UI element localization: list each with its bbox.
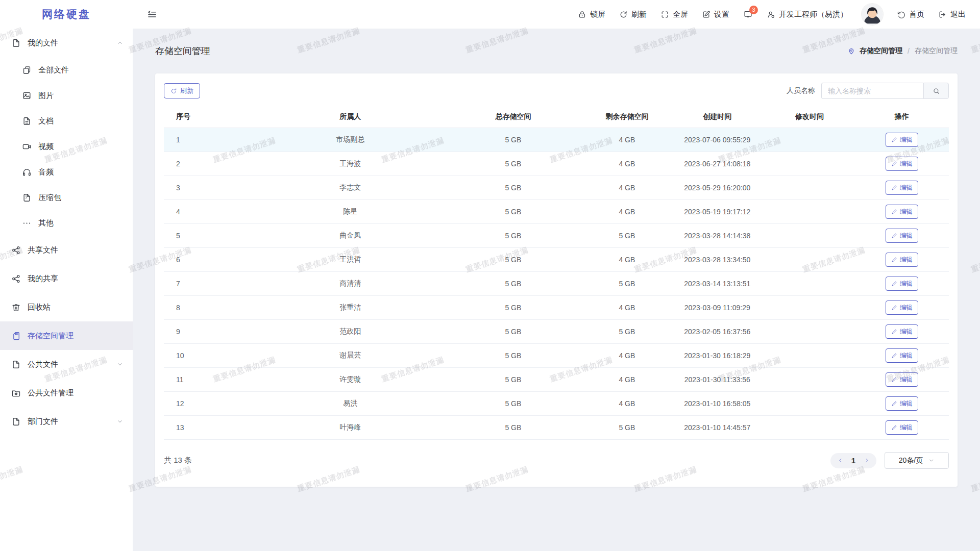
cell-modified: [765, 152, 855, 176]
search-input[interactable]: [821, 83, 923, 99]
sidebar-item-my-shares[interactable]: 我的共享: [0, 264, 133, 293]
cell-modified: [765, 416, 855, 440]
cell-modified: [765, 272, 855, 296]
settings-button[interactable]: 设置: [702, 10, 729, 19]
sidebar-item-shared-files[interactable]: 共享文件: [0, 236, 133, 264]
cell-modified: [765, 344, 855, 368]
sidebar-item-archives[interactable]: 压缩包: [0, 185, 133, 210]
cell-index: 13: [164, 416, 258, 440]
edit-button[interactable]: 编辑: [886, 300, 918, 315]
edit-label: 编辑: [900, 423, 913, 432]
cell-index: 5: [164, 224, 258, 248]
sidebar-item-audio[interactable]: 音频: [0, 159, 133, 185]
cell-created: 2023-07-06 09:55:29: [670, 128, 765, 152]
edit-button[interactable]: 编辑: [886, 229, 918, 243]
logout-button[interactable]: 退出: [938, 10, 966, 19]
file-icon: [11, 417, 21, 427]
share-icon: [11, 274, 21, 284]
cell-remaining: 4 GB: [584, 152, 670, 176]
edit-button[interactable]: 编辑: [886, 396, 918, 411]
cell-owner: 陈星: [258, 200, 443, 224]
edit-button[interactable]: 编辑: [886, 372, 918, 387]
sidebar-item-label: 文档: [38, 116, 124, 126]
cell-total: 5 GB: [443, 152, 584, 176]
image-icon: [22, 91, 32, 101]
cell-total: 5 GB: [443, 176, 584, 200]
sidebar-item-all-files[interactable]: 全部文件: [0, 57, 133, 83]
notifications-button[interactable]: 3: [743, 10, 753, 19]
edit-label: 编辑: [900, 399, 913, 408]
sidebar-item-images[interactable]: 图片: [0, 83, 133, 108]
edit-button[interactable]: 编辑: [886, 348, 918, 363]
table-row: 10谢晨芸5 GB4 GB2023-01-30 16:18:29编辑: [164, 344, 949, 368]
sidebar-item-recycle-bin[interactable]: 回收站: [0, 293, 133, 321]
table-row: 1市场副总5 GB4 GB2023-07-06 09:55:29编辑: [164, 128, 949, 152]
edit-button[interactable]: 编辑: [886, 133, 918, 147]
cell-created: 2023-03-28 14:14:38: [670, 224, 765, 248]
lock-screen-button[interactable]: 锁屏: [578, 10, 605, 19]
cell-remaining: 5 GB: [584, 416, 670, 440]
edit-button[interactable]: 编辑: [886, 157, 918, 171]
cell-modified: [765, 320, 855, 344]
cell-actions: 编辑: [854, 320, 949, 344]
home-button[interactable]: 首页: [897, 10, 924, 19]
sidebar-item-storage-management[interactable]: 存储空间管理: [0, 321, 133, 350]
fullscreen-button[interactable]: 全屏: [660, 10, 688, 19]
cell-owner: 商清清: [258, 272, 443, 296]
current-page[interactable]: 1: [847, 456, 860, 465]
app-logo: 网络硬盘: [0, 0, 133, 29]
user-avatar[interactable]: [862, 4, 883, 25]
column-header: 修改时间: [765, 106, 855, 128]
sidebar-item-my-files[interactable]: 我的文件: [0, 29, 133, 57]
sidebar-item-videos[interactable]: 视频: [0, 134, 133, 159]
breadcrumb-item: 存储空间管理: [915, 46, 958, 56]
prev-page-button[interactable]: [834, 454, 847, 467]
cell-modified: [765, 176, 855, 200]
sidebar-item-department-files[interactable]: 部门文件: [0, 407, 133, 436]
cell-total: 5 GB: [443, 368, 584, 392]
sidebar: 网络硬盘 我的文件全部文件图片文档视频音频压缩包其他共享文件我的共享回收站存储空…: [0, 0, 133, 551]
sidebar-item-label: 视频: [38, 142, 124, 152]
sidebar-item-label: 回收站: [28, 303, 124, 312]
refresh-button[interactable]: 刷新: [164, 83, 200, 98]
next-page-button[interactable]: [860, 454, 873, 467]
cell-actions: 编辑: [854, 344, 949, 368]
pencil-icon: [891, 305, 897, 311]
table-row: 4陈星5 GB4 GB2023-05-19 19:17:12编辑: [164, 200, 949, 224]
page-size-select[interactable]: 20条/页: [885, 452, 949, 469]
edit-button[interactable]: 编辑: [886, 253, 918, 267]
storage-table: 序号所属人总存储空间剩余存储空间创建时间修改时间操作 1市场副总5 GB4 GB…: [164, 106, 949, 440]
user-role[interactable]: 开发工程师（易洪）: [767, 10, 848, 19]
table-row: 3李志文5 GB4 GB2023-05-29 16:20:00编辑: [164, 176, 949, 200]
page-title: 存储空间管理: [155, 45, 210, 57]
edit-button[interactable]: 编辑: [886, 181, 918, 195]
sidebar-item-public-files[interactable]: 公共文件: [0, 350, 133, 379]
edit-button[interactable]: 编辑: [886, 277, 918, 291]
video-icon: [22, 142, 32, 152]
search-button[interactable]: [923, 83, 949, 99]
collapse-sidebar-icon[interactable]: [147, 9, 157, 19]
edit-button[interactable]: 编辑: [886, 205, 918, 219]
chevron-up-icon: [116, 39, 124, 46]
cell-owner: 范政阳: [258, 320, 443, 344]
edit-button[interactable]: 编辑: [886, 324, 918, 339]
sidebar-menu: 我的文件全部文件图片文档视频音频压缩包其他共享文件我的共享回收站存储空间管理公共…: [0, 29, 133, 551]
topbar-action-label: 设置: [714, 10, 729, 19]
pencil-icon: [891, 185, 897, 191]
sidebar-item-documents[interactable]: 文档: [0, 108, 133, 134]
folder-gear-icon: [11, 388, 21, 398]
cell-modified: [765, 128, 855, 152]
undo-icon: [897, 10, 905, 19]
cell-total: 5 GB: [443, 416, 584, 440]
edit-button[interactable]: 编辑: [886, 420, 918, 435]
cell-created: 2023-03-14 13:13:51: [670, 272, 765, 296]
chevron-left-icon: [837, 457, 844, 464]
refresh-icon: [619, 10, 628, 19]
sidebar-item-public-files-management[interactable]: 公共文件管理: [0, 379, 133, 407]
sidebar-item-others[interactable]: 其他: [0, 210, 133, 236]
refresh-page-button[interactable]: 刷新: [619, 10, 647, 19]
cell-total: 5 GB: [443, 344, 584, 368]
audio-icon: [22, 167, 32, 177]
edit-label: 编辑: [900, 232, 913, 240]
chevron-right-icon: [864, 457, 870, 464]
